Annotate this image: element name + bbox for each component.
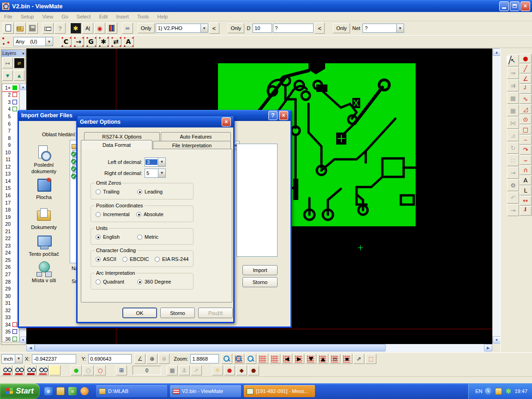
previous-layer-button[interactable]: <: [209, 23, 219, 34]
layer-row-29[interactable]: 29: [2, 285, 19, 292]
layer-row-32[interactable]: 32: [2, 307, 19, 314]
dialog-help-button[interactable]: ?: [268, 111, 278, 120]
layer-row-14[interactable]: 14: [2, 177, 19, 185]
scroll-up-icon[interactable]: ▲: [493, 48, 501, 56]
layer-row-8[interactable]: 8: [2, 134, 19, 142]
layer-row-30[interactable]: 30: [2, 292, 19, 300]
menu-setup[interactable]: Setup: [17, 13, 38, 20]
draw-circle-tool[interactable]: ⊙: [520, 115, 532, 124]
layer-color-swatch[interactable]: [12, 92, 17, 97]
draw-arc-cw-tool[interactable]: ↷: [520, 145, 532, 155]
layer-color-swatch[interactable]: [12, 337, 17, 341]
layer-row-1+[interactable]: 1+: [2, 84, 19, 91]
layer-row-21[interactable]: 21: [2, 228, 19, 235]
move-ghost[interactable]: ⇗: [191, 365, 202, 375]
place-desktop[interactable]: Plocha: [23, 178, 65, 201]
minimize-button[interactable]: [499, 1, 509, 11]
start-button[interactable]: Start: [0, 383, 40, 399]
shear-tool[interactable]: ⊿: [507, 129, 519, 141]
pad-mixed[interactable]: ●: [248, 365, 259, 375]
dot-matrix[interactable]: ▦: [167, 365, 178, 375]
view-highlight-glasses[interactable]: [49, 365, 60, 375]
layers-close-icon[interactable]: ×: [22, 51, 24, 56]
dialog-close-button[interactable]: ×: [279, 111, 288, 120]
layer-row-27[interactable]: 27: [2, 271, 19, 278]
horizontal-scroll-thumb[interactable]: [35, 344, 386, 351]
x-coordinate-field[interactable]: -0.942237: [32, 354, 76, 363]
tab-data-format[interactable]: Data Format: [81, 140, 152, 150]
draw-line-tool[interactable]: ╱: [520, 64, 532, 73]
radio-absolute[interactable]: Absolute: [136, 212, 163, 217]
menu-tools[interactable]: Tools: [133, 13, 153, 20]
flash-mode[interactable]: ☼: [212, 365, 223, 375]
green-book-icon[interactable]: ≡: [68, 387, 77, 395]
zoom-value-field[interactable]: 1.8868: [190, 354, 219, 363]
probe-target[interactable]: ⊕: [158, 354, 169, 364]
chevron-down-icon[interactable]: ▼: [158, 158, 165, 166]
draw-spline-tool[interactable]: ∿: [520, 94, 532, 104]
measure-button[interactable]: A|: [82, 23, 93, 34]
import-cancel-button[interactable]: Storno: [242, 277, 278, 287]
layer-row-36[interactable]: 36: [2, 335, 19, 342]
dcode-input[interactable]: 10: [253, 24, 272, 33]
layer-row-26[interactable]: 26: [2, 264, 19, 271]
ok-button[interactable]: OK: [122, 308, 157, 318]
anchor[interactable]: ⚓: [179, 365, 190, 375]
selected-files-list[interactable]: [236, 144, 278, 257]
view-pads-glasses[interactable]: [1, 365, 12, 375]
layer-row-18[interactable]: 18: [2, 206, 19, 213]
components-c-button[interactable]: C: [60, 36, 72, 47]
layer-row-15[interactable]: 15: [2, 185, 19, 192]
draw-hook-tool[interactable]: ┚: [520, 206, 532, 216]
radio-quadrant[interactable]: Quadrant: [96, 279, 124, 284]
messenger-tray-icon[interactable]: [495, 388, 502, 395]
layer-row-3[interactable]: 3: [2, 98, 19, 106]
crosshair-target[interactable]: ⊕: [146, 354, 157, 364]
radio-360-degree[interactable]: 360 Degree: [137, 279, 171, 284]
radio-trailing[interactable]: Trailing: [96, 189, 120, 194]
language-indicator[interactable]: EN: [475, 388, 482, 394]
layer-insert-button[interactable]: ↦: [2, 58, 13, 68]
undo-tool[interactable]: ↶: [507, 192, 519, 204]
layer-row-13[interactable]: 13: [2, 170, 19, 178]
lamp-outline[interactable]: ○: [95, 365, 106, 375]
grid-snap[interactable]: [269, 354, 280, 364]
pan-left[interactable]: ◀: [281, 354, 292, 364]
radio-eia-rs244[interactable]: EIA RS-244: [155, 256, 188, 262]
menu-select[interactable]: Select: [73, 13, 95, 20]
scroll-down-icon[interactable]: ▼: [493, 336, 501, 344]
dialog-close-button[interactable]: ×: [222, 117, 231, 127]
only-net-button[interactable]: Only: [333, 23, 350, 33]
menu-insert[interactable]: Insert: [112, 13, 133, 20]
draw-corner-tool[interactable]: ┘: [520, 84, 532, 94]
rotate-tool[interactable]: ↻: [507, 142, 519, 154]
layer-row-28[interactable]: 28: [2, 278, 19, 285]
rect-fill-a-tool[interactable]: ■: [507, 92, 519, 104]
pad-red[interactable]: ●: [224, 365, 235, 375]
firefox-icon[interactable]: [80, 387, 89, 395]
menu-view[interactable]: View: [38, 13, 57, 20]
draw-polyline-tool[interactable]: ∠: [520, 74, 532, 84]
new-file-button[interactable]: [3, 23, 14, 34]
close-button[interactable]: ×: [520, 1, 530, 11]
zoom-grid-magnifier[interactable]: [233, 354, 244, 364]
import-button[interactable]: Import: [242, 265, 278, 275]
left-of-decimal-combo[interactable]: 3▼: [145, 157, 166, 167]
right-of-decimal-combo[interactable]: 5▼: [145, 169, 166, 178]
place-network-places[interactable]: Místa v síti: [23, 261, 65, 284]
scroll-left-icon[interactable]: ◀: [26, 344, 35, 351]
resize-diagonal[interactable]: ⇗: [353, 354, 364, 364]
y-coordinate-field[interactable]: 0.690643: [88, 354, 132, 363]
radio-incremental[interactable]: Incremental: [96, 212, 129, 217]
draw-arc-180-tool[interactable]: ∩: [520, 165, 532, 175]
layer-color-swatch[interactable]: [12, 329, 17, 334]
layers-panel-titlebar[interactable]: Layers ×: [1, 50, 25, 57]
only-dcode-button[interactable]: Only: [228, 23, 245, 33]
layer-select-combo[interactable]: 1) V2.PHO▼: [156, 24, 208, 33]
draw-arc-up-tool[interactable]: ⌣: [520, 155, 532, 165]
layer-row-34[interactable]: 34: [2, 321, 19, 328]
radio-english[interactable]: English: [96, 234, 120, 240]
layer-row-5[interactable]: 5: [2, 113, 19, 120]
place-my-computer[interactable]: Tento počítač: [23, 235, 65, 258]
draw-arc-down-tool[interactable]: ⌢: [520, 135, 532, 145]
